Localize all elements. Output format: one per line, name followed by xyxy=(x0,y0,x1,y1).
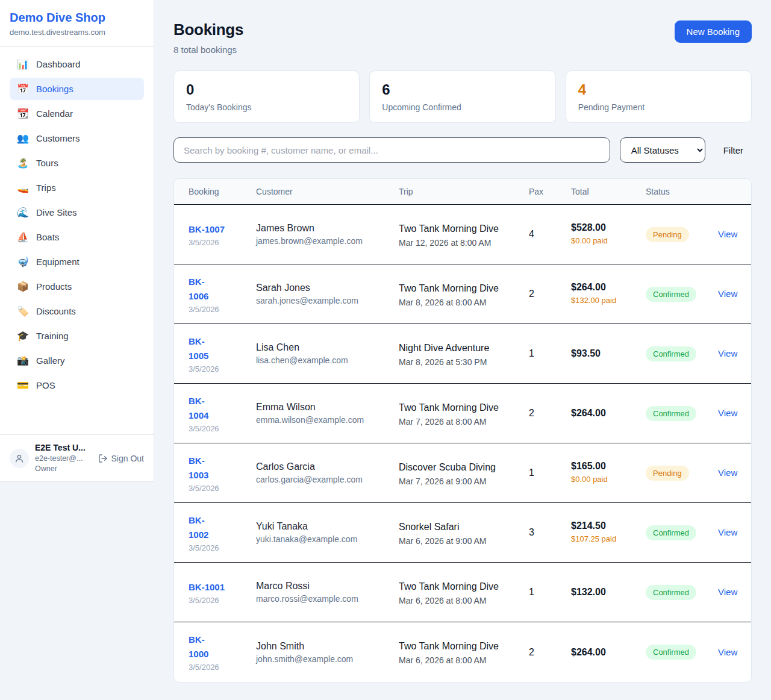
search-input[interactable] xyxy=(173,137,610,163)
trip-cell: Two Tank Morning Dive Mar 6, 2026 at 8:0… xyxy=(384,631,514,673)
view-link[interactable]: View xyxy=(718,587,737,597)
trip-datetime: Mar 7, 2026 at 9:00 AM xyxy=(399,477,514,486)
column-header: Pax xyxy=(514,179,557,204)
customer-cell: Lisa Chen lisa.chen@example.com xyxy=(242,334,384,373)
trip-name: Two Tank Morning Dive xyxy=(399,639,514,654)
filter-button[interactable]: Filter xyxy=(715,145,752,155)
stat-label: Upcoming Confirmed xyxy=(382,102,543,112)
table-row: BK- 1004 3/5/2026 Emma Wilson emma.wilso… xyxy=(174,384,751,443)
booking-number-link[interactable]: BK- 1003 xyxy=(189,454,242,483)
booking-number-link[interactable]: BK- 1006 xyxy=(189,275,242,304)
action-cell: View xyxy=(704,578,752,606)
wave-icon: 🌊 xyxy=(17,207,29,218)
booking-number-link[interactable]: BK- 1004 xyxy=(189,394,242,423)
sidebar-item-label: Discounts xyxy=(36,306,76,316)
customer-cell: Marco Rossi marco.rossi@example.com xyxy=(242,572,384,612)
sidebar-item-dashboard[interactable]: 📊 Dashboard xyxy=(10,53,144,75)
booking-cell: BK- 1003 3/5/2026 xyxy=(174,445,242,501)
trip-datetime: Mar 8, 2026 at 5:30 PM xyxy=(399,357,514,367)
sidebar-item-trips[interactable]: 🚤 Trips xyxy=(10,177,144,199)
booking-number-link[interactable]: BK-1007 xyxy=(189,222,242,237)
sidebar-item-gallery[interactable]: 📸 Gallery xyxy=(10,349,144,372)
sign-out-button[interactable]: Sign Out xyxy=(98,454,144,463)
customer-cell: Yuki Tanaka yuki.tanaka@example.com xyxy=(242,513,384,552)
trip-cell: Discover Scuba Diving Mar 7, 2026 at 9:0… xyxy=(384,452,514,495)
customer-cell: Carlos Garcia carlos.garcia@example.com xyxy=(242,453,384,493)
sidebar-item-pos[interactable]: 💳 POS xyxy=(10,374,144,396)
trip-name: Snorkel Safari xyxy=(399,520,514,534)
view-link[interactable]: View xyxy=(718,289,737,299)
booking-date: 3/5/2026 xyxy=(189,484,242,493)
total-amount: $132.00 xyxy=(571,587,631,598)
sidebar-item-products[interactable]: 📦 Products xyxy=(10,275,144,298)
table-row: BK-1007 3/5/2026 James Brown james.brown… xyxy=(174,205,751,264)
status-filter-select[interactable]: All Statuses xyxy=(620,137,705,163)
booking-number-link[interactable]: BK- 1005 xyxy=(189,334,242,363)
view-link[interactable]: View xyxy=(718,467,737,478)
booking-cell: BK- 1002 3/5/2026 xyxy=(174,505,242,561)
trip-cell: Night Dive Adventure Mar 8, 2026 at 5:30… xyxy=(384,333,514,375)
total-amount: $264.00 xyxy=(571,408,631,419)
column-header: Total xyxy=(557,179,631,204)
total-cell: $264.00 xyxy=(557,639,631,666)
sidebar-item-bookings[interactable]: 📅 Bookings xyxy=(10,78,144,100)
status-cell: Pending xyxy=(631,457,704,489)
table-row: BK- 1006 3/5/2026 Sarah Jones sarah.jone… xyxy=(174,264,751,324)
booking-number-link[interactable]: BK-1001 xyxy=(189,580,242,595)
page-title-block: Bookings 8 total bookings xyxy=(173,20,243,55)
sidebar-item-boats[interactable]: ⛵ Boats xyxy=(10,226,144,248)
sidebar-item-dive-sites[interactable]: 🌊 Dive Sites xyxy=(10,201,144,223)
stat-cards: 0 Today's Bookings 6 Upcoming Confirmed … xyxy=(173,70,752,123)
trip-name: Discover Scuba Diving xyxy=(399,460,514,475)
total-amount: $264.00 xyxy=(571,647,631,658)
view-link[interactable]: View xyxy=(718,229,737,239)
total-amount: $264.00 xyxy=(571,282,631,293)
column-header: Status xyxy=(631,179,704,204)
booking-number-link[interactable]: BK- 1000 xyxy=(189,633,242,661)
sidebar-item-label: Dashboard xyxy=(36,59,80,69)
sidebar-item-tours[interactable]: 🏝️ Tours xyxy=(10,152,144,174)
booking-cell: BK- 1000 3/5/2026 xyxy=(174,624,242,680)
status-badge: Confirmed xyxy=(646,346,696,361)
view-link[interactable]: View xyxy=(718,647,737,657)
bar-chart-icon: 📊 xyxy=(17,58,29,70)
customer-cell: Sarah Jones sarah.jones@example.com xyxy=(242,274,384,314)
customer-email: james.brown@example.com xyxy=(256,236,384,246)
shop-domain: demo.test.divestreams.com xyxy=(10,28,144,37)
table-row: BK- 1005 3/5/2026 Lisa Chen lisa.chen@ex… xyxy=(174,324,751,384)
action-cell: View xyxy=(704,639,752,666)
customer-email: lisa.chen@example.com xyxy=(256,355,384,365)
table-row: BK-1001 3/5/2026 Marco Rossi marco.rossi… xyxy=(174,563,751,622)
sidebar-item-calendar[interactable]: 📆 Calendar xyxy=(10,102,144,125)
sidebar-item-label: Tours xyxy=(36,158,58,168)
booking-number-link[interactable]: BK- 1002 xyxy=(189,513,242,542)
view-link[interactable]: View xyxy=(718,527,737,537)
view-link[interactable]: View xyxy=(718,408,737,418)
speedboat-icon: 🚤 xyxy=(17,182,29,193)
new-booking-button[interactable]: New Booking xyxy=(675,20,752,43)
total-amount: $93.50 xyxy=(571,348,631,359)
table-body: BK-1007 3/5/2026 James Brown james.brown… xyxy=(174,205,751,682)
status-cell: Pending xyxy=(631,219,704,251)
page-subtitle: 8 total bookings xyxy=(173,45,243,55)
sidebar-item-equipment[interactable]: 🤿 Equipment xyxy=(10,251,144,273)
sidebar: Demo Dive Shop demo.test.divestreams.com… xyxy=(0,0,154,482)
pax-count: 1 xyxy=(514,340,557,367)
trip-cell: Two Tank Morning Dive Mar 12, 2026 at 8:… xyxy=(384,213,514,256)
sidebar-item-discounts[interactable]: 🏷️ Discounts xyxy=(10,300,144,322)
user-role: Owner xyxy=(35,464,86,474)
app-root: Demo Dive Shop demo.test.divestreams.com… xyxy=(0,0,771,700)
sidebar-item-customers[interactable]: 👥 Customers xyxy=(10,127,144,149)
table-row: BK- 1003 3/5/2026 Carlos Garcia carlos.g… xyxy=(174,443,751,503)
sidebar-item-training[interactable]: 🎓 Training xyxy=(10,325,144,347)
status-badge: Confirmed xyxy=(646,406,696,421)
customer-name: Marco Rossi xyxy=(256,581,384,592)
tear-off-calendar-icon: 📆 xyxy=(17,108,29,119)
total-cell: $264.00 $132.00 paid xyxy=(557,273,631,314)
booking-date: 3/5/2026 xyxy=(189,305,242,314)
sidebar-item-label: Boats xyxy=(36,232,59,242)
package-icon: 📦 xyxy=(17,281,29,292)
view-link[interactable]: View xyxy=(718,348,737,358)
total-cell: $264.00 xyxy=(557,399,631,427)
table-row: BK- 1000 3/5/2026 John Smith john.smith@… xyxy=(174,622,751,682)
